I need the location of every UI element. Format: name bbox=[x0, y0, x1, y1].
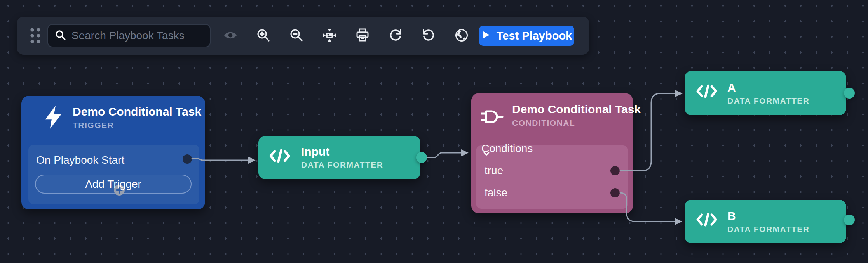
globe-button[interactable] bbox=[449, 23, 474, 48]
a-output-port[interactable] bbox=[844, 88, 855, 99]
node-input-formatter[interactable]: Input DATA FORMATTER bbox=[258, 136, 420, 179]
drag-handle-icon[interactable] bbox=[28, 26, 42, 45]
search-input[interactable] bbox=[71, 29, 204, 42]
node-type-label: DATA FORMATTER bbox=[301, 160, 383, 170]
play-icon bbox=[481, 29, 491, 42]
fit-view-icon bbox=[322, 28, 337, 44]
rotate-cw-icon bbox=[388, 28, 403, 44]
node-trigger[interactable]: Demo Conditional Task TRIGGER On Playboo… bbox=[21, 96, 205, 209]
node-title: A bbox=[727, 81, 736, 94]
test-playbook-label: Test Playbook bbox=[497, 29, 572, 42]
node-conditional[interactable]: Demo Conditional Task CONDITIONAL Condit… bbox=[471, 93, 633, 213]
false-output-port[interactable] bbox=[610, 188, 620, 197]
zoom-in-icon bbox=[256, 28, 271, 44]
node-formatter-a[interactable]: A DATA FORMATTER bbox=[685, 71, 846, 115]
conditions-panel: Conditions true false bbox=[476, 145, 628, 209]
node-type-label: DATA FORMATTER bbox=[727, 96, 810, 106]
rotate-ccw-button[interactable] bbox=[416, 23, 441, 48]
branch-false-label: false bbox=[485, 187, 507, 199]
node-title: B bbox=[727, 209, 736, 223]
trigger-panel: On Playbook Start Add Trigger bbox=[28, 145, 199, 204]
node-title: Demo Conditional Task bbox=[512, 103, 641, 116]
test-playbook-button[interactable]: Test Playbook bbox=[479, 26, 574, 46]
node-formatter-b[interactable]: B DATA FORMATTER bbox=[685, 200, 846, 243]
visibility-button[interactable] bbox=[218, 23, 243, 48]
trigger-event-label: On Playbook Start bbox=[36, 154, 124, 166]
node-title: Input bbox=[301, 145, 329, 158]
zoom-out-button[interactable] bbox=[284, 23, 309, 48]
fit-view-button[interactable] bbox=[317, 23, 342, 48]
trigger-output-port[interactable] bbox=[183, 154, 192, 164]
node-type-label: TRIGGER bbox=[73, 121, 114, 130]
input-output-port[interactable] bbox=[416, 152, 427, 163]
add-trigger-label: Add Trigger bbox=[85, 178, 141, 190]
node-type-label: DATA FORMATTER bbox=[727, 225, 810, 234]
zoom-out-icon bbox=[289, 28, 304, 44]
search-icon bbox=[54, 29, 66, 42]
branch-true-label: true bbox=[485, 164, 503, 177]
true-output-port[interactable] bbox=[610, 166, 620, 175]
print-button[interactable] bbox=[350, 23, 375, 48]
search-box bbox=[47, 24, 211, 47]
print-icon bbox=[355, 28, 370, 44]
edge-input-to-conditional[interactable] bbox=[427, 149, 469, 157]
node-title: Demo Conditional Task bbox=[73, 105, 201, 118]
rotate-cw-button[interactable] bbox=[383, 23, 408, 48]
add-trigger-button[interactable]: Add Trigger bbox=[35, 175, 192, 194]
globe-icon bbox=[454, 28, 469, 44]
node-type-label: CONDITIONAL bbox=[512, 118, 575, 128]
rotate-ccw-icon bbox=[421, 28, 436, 44]
b-output-port[interactable] bbox=[844, 215, 855, 225]
conditions-section-label: Conditions bbox=[481, 142, 533, 155]
eye-icon bbox=[223, 28, 238, 44]
canvas-toolbar: Test Playbook bbox=[17, 17, 589, 55]
zoom-in-button[interactable] bbox=[251, 23, 276, 48]
